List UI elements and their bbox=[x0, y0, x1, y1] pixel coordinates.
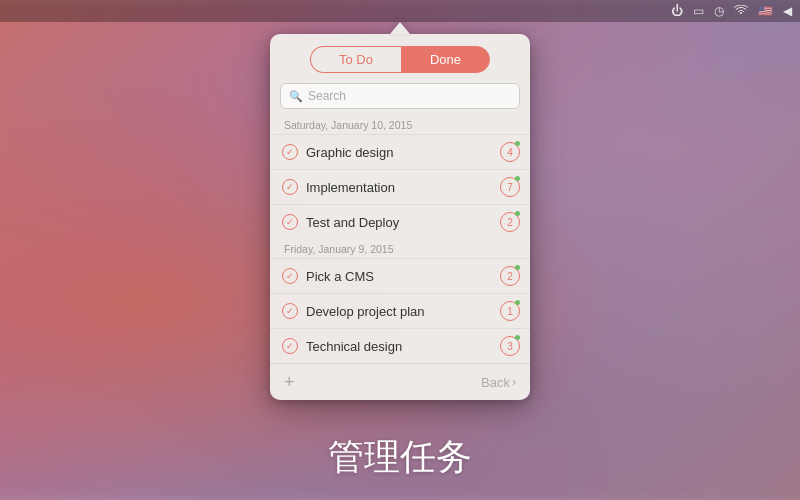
badge-dot bbox=[515, 141, 520, 146]
menubar-display-icon: ▭ bbox=[693, 4, 704, 18]
popup-arrow bbox=[390, 22, 410, 34]
task-badge: 4 bbox=[500, 142, 520, 162]
task-group-1: Saturday, January 10, 2015 ✓ Graphic des… bbox=[270, 115, 530, 239]
task-check-icon: ✓ bbox=[282, 303, 298, 319]
search-row: 🔍 Search bbox=[270, 83, 530, 115]
list-item[interactable]: ✓ Pick a CMS 2 bbox=[270, 258, 530, 293]
menu-bar: ⏻ ▭ ◷ 🇺🇸 ◀ bbox=[0, 0, 800, 22]
task-check-icon: ✓ bbox=[282, 338, 298, 354]
back-button[interactable]: Back › bbox=[481, 375, 516, 390]
task-name: Graphic design bbox=[306, 145, 492, 160]
menubar-wifi-icon bbox=[734, 4, 748, 18]
task-name: Develop project plan bbox=[306, 304, 492, 319]
search-placeholder-text: Search bbox=[308, 89, 346, 103]
date-header-2: Friday, January 9, 2015 bbox=[270, 239, 530, 258]
task-check-icon: ✓ bbox=[282, 214, 298, 230]
task-check-icon: ✓ bbox=[282, 144, 298, 160]
back-label: Back bbox=[481, 375, 510, 390]
list-item[interactable]: ✓ Technical design 3 bbox=[270, 328, 530, 363]
tab-done[interactable]: Done bbox=[401, 46, 490, 73]
add-button[interactable]: + bbox=[284, 373, 295, 391]
badge-dot bbox=[515, 211, 520, 216]
search-icon: 🔍 bbox=[289, 90, 303, 103]
task-badge: 2 bbox=[500, 266, 520, 286]
tab-todo[interactable]: To Do bbox=[310, 46, 401, 73]
tabs-row: To Do Done bbox=[270, 34, 530, 83]
popup-footer: + Back › bbox=[270, 363, 530, 400]
task-check-icon: ✓ bbox=[282, 179, 298, 195]
badge-dot bbox=[515, 300, 520, 305]
task-name: Technical design bbox=[306, 339, 492, 354]
menubar-audio-icon: ◀ bbox=[783, 4, 792, 18]
chevron-right-icon: › bbox=[512, 375, 516, 389]
menubar-power-icon: ⏻ bbox=[671, 4, 683, 18]
task-group-2: Friday, January 9, 2015 ✓ Pick a CMS 2 ✓… bbox=[270, 239, 530, 363]
task-badge: 1 bbox=[500, 301, 520, 321]
badge-dot bbox=[515, 176, 520, 181]
task-check-icon: ✓ bbox=[282, 268, 298, 284]
task-name: Implementation bbox=[306, 180, 492, 195]
task-badge: 3 bbox=[500, 336, 520, 356]
date-header-1: Saturday, January 10, 2015 bbox=[270, 115, 530, 134]
popup-card: To Do Done 🔍 Search Saturday, January 10… bbox=[270, 34, 530, 400]
task-name: Pick a CMS bbox=[306, 269, 492, 284]
list-item[interactable]: ✓ Implementation 7 bbox=[270, 169, 530, 204]
search-box[interactable]: 🔍 Search bbox=[280, 83, 520, 109]
task-badge: 7 bbox=[500, 177, 520, 197]
badge-dot bbox=[515, 265, 520, 270]
list-item[interactable]: ✓ Develop project plan 1 bbox=[270, 293, 530, 328]
task-badge: 2 bbox=[500, 212, 520, 232]
menubar-flag-icon: 🇺🇸 bbox=[758, 4, 773, 18]
badge-dot bbox=[515, 335, 520, 340]
task-name: Test and Deploy bbox=[306, 215, 492, 230]
bottom-label: 管理任务 bbox=[0, 433, 800, 482]
list-item[interactable]: ✓ Graphic design 4 bbox=[270, 134, 530, 169]
list-item[interactable]: ✓ Test and Deploy 2 bbox=[270, 204, 530, 239]
menubar-clock-icon: ◷ bbox=[714, 4, 724, 18]
